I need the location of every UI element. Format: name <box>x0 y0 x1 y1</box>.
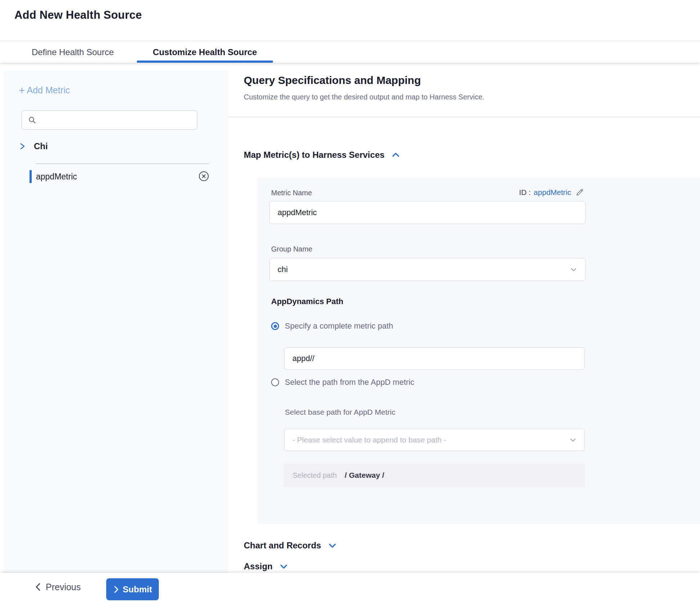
radio-select-appd-path[interactable]: Select the path from the AppD metric <box>271 378 414 387</box>
radio-select-path-label: Select the path from the AppD metric <box>285 378 414 387</box>
group-name-value: chi <box>278 265 288 274</box>
metric-item-label: appdMetric <box>36 172 77 182</box>
metrics-sidebar: + Add Metric Chi <box>4 71 228 573</box>
metric-mapping-panel: Metric Name ID : appdMetric Group Name c… <box>258 178 700 524</box>
base-path-select[interactable]: - Please select value to append to base … <box>284 429 585 451</box>
base-path-label: Select base path for AppD Metric <box>285 408 395 417</box>
chevron-down-icon[interactable] <box>328 541 337 550</box>
radio-selected-icon[interactable] <box>271 322 279 330</box>
metric-id-row: ID : appdMetric <box>519 188 584 197</box>
tree-group-label: Chi <box>34 141 48 151</box>
metric-id-link[interactable]: appdMetric <box>534 188 571 197</box>
divider <box>228 117 700 117</box>
chevron-up-icon[interactable] <box>391 150 400 160</box>
base-path-placeholder: - Please select value to append to base … <box>292 436 446 444</box>
assign-label: Assign <box>244 561 273 571</box>
group-name-label: Group Name <box>271 245 313 253</box>
complete-metric-path-input[interactable] <box>284 347 585 370</box>
tab-bar: Define Health Source Customize Health So… <box>0 41 700 63</box>
tree-group-chi[interactable]: Chi <box>19 141 48 151</box>
query-spec-main: Query Specifications and Mapping Customi… <box>228 63 700 573</box>
chevron-left-icon <box>34 582 42 592</box>
chart-records-section-toggle[interactable]: Chart and Records <box>244 540 337 551</box>
dialog-footer: Previous Submit <box>0 573 700 601</box>
submit-button[interactable]: Submit <box>106 578 159 600</box>
tab-customize-health-source[interactable]: Customize Health Source <box>137 41 273 63</box>
previous-button[interactable]: Previous <box>34 573 81 601</box>
radio-complete-path-label: Specify a complete metric path <box>285 321 393 331</box>
chevron-down-icon <box>569 265 578 274</box>
edit-id-icon[interactable] <box>575 188 584 197</box>
plus-icon: + <box>19 86 25 95</box>
appdynamics-path-heading: AppDynamics Path <box>271 297 344 306</box>
group-name-select[interactable]: chi <box>269 258 585 281</box>
add-metric-label: Add Metric <box>27 85 70 95</box>
section-title: Query Specifications and Mapping <box>244 74 421 86</box>
map-metrics-section-toggle[interactable]: Map Metric(s) to Harness Services <box>244 150 400 160</box>
chevron-right-icon <box>113 585 120 594</box>
chevron-down-icon <box>569 436 577 444</box>
page-title: Add New Health Source <box>14 9 142 22</box>
submit-button-label: Submit <box>123 584 152 595</box>
search-icon <box>28 116 36 124</box>
add-metric-button[interactable]: + Add Metric <box>19 85 70 95</box>
selected-path-value: / Gateway / <box>345 471 384 480</box>
metric-name-input[interactable] <box>269 201 585 224</box>
map-metrics-label: Map Metric(s) to Harness Services <box>244 150 385 160</box>
previous-button-label: Previous <box>46 582 81 592</box>
active-tab-underline <box>137 61 273 63</box>
assign-section-toggle[interactable]: Assign <box>244 561 288 571</box>
metric-list-item[interactable]: appdMetric <box>30 169 210 184</box>
chart-records-label: Chart and Records <box>244 540 321 551</box>
selected-path-bar: Selected path / Gateway / <box>284 463 585 487</box>
search-input[interactable] <box>41 116 192 124</box>
tree-divider <box>36 164 209 164</box>
chevron-down-icon[interactable] <box>279 562 288 571</box>
metric-name-label: Metric Name <box>271 189 312 197</box>
dialog-header: Add New Health Source <box>0 0 700 41</box>
tab-define-health-source[interactable]: Define Health Source <box>14 41 131 63</box>
chevron-right-icon[interactable] <box>19 142 26 151</box>
radio-unselected-icon[interactable] <box>271 378 279 386</box>
add-health-source-dialog: Add New Health Source Define Health Sour… <box>0 0 700 601</box>
content-area: + Add Metric Chi <box>0 63 700 573</box>
radio-complete-metric-path[interactable]: Specify a complete metric path <box>271 321 393 331</box>
metric-search-box[interactable] <box>22 110 197 130</box>
remove-metric-icon[interactable] <box>198 170 210 182</box>
selected-path-label: Selected path <box>293 471 337 480</box>
selected-indicator-bar <box>30 170 32 183</box>
id-prefix-label: ID : <box>519 188 531 197</box>
section-subtitle: Customize the query to get the desired o… <box>244 93 484 101</box>
